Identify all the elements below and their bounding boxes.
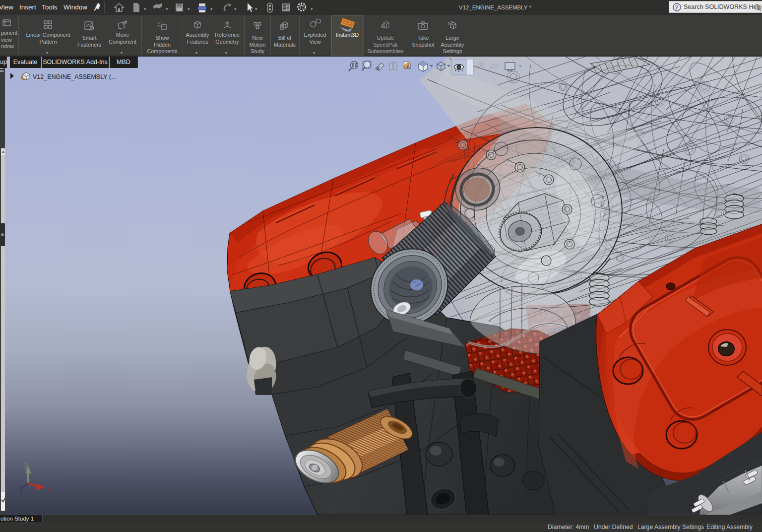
svg-text:z: z	[20, 490, 22, 495]
svg-text:A: A	[406, 64, 410, 70]
svg-text:?: ?	[675, 4, 678, 11]
svg-text:x: x	[47, 486, 50, 492]
svg-text:V12_ENGINE_ASSEMBLY (...: V12_ENGINE_ASSEMBLY (...	[33, 73, 116, 80]
